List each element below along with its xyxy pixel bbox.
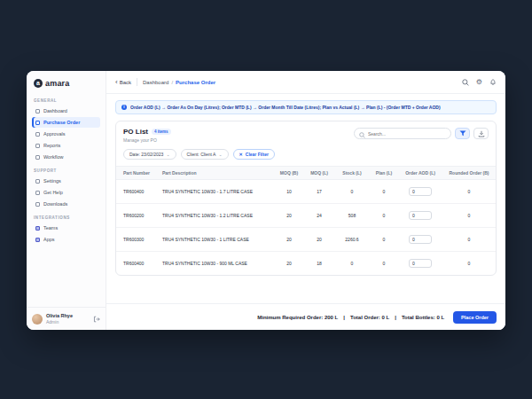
- breadcrumb-separator: /: [171, 80, 173, 85]
- table-cell: 20: [304, 228, 334, 252]
- sidebar-item-workflow[interactable]: Workflow: [32, 152, 100, 162]
- app-logo: a amara: [27, 71, 106, 92]
- order-aod-cell: [398, 228, 442, 252]
- table-cell: TR600400: [116, 252, 160, 276]
- sidebar-item-label: Settings: [43, 178, 61, 184]
- table-cell: 24: [304, 204, 334, 228]
- user-role: Admin: [46, 319, 73, 325]
- sidebar-item-reports[interactable]: Reports: [32, 140, 100, 151]
- table-cell: 20: [274, 228, 304, 252]
- clear-filter-label: Clear Filter: [246, 152, 269, 157]
- breadcrumb-current: Purchase Order: [176, 80, 215, 85]
- items-count-badge: 4 items: [152, 129, 171, 135]
- card-actions: [354, 128, 489, 139]
- table-cell: 0: [334, 252, 370, 276]
- sidebar-item-dashboard[interactable]: Dashboard: [32, 106, 100, 116]
- approvals-icon: [35, 132, 40, 137]
- footer-totals: Minimum Required Order: 200 L|Total Orde…: [257, 315, 444, 320]
- table-cell: 10: [274, 180, 304, 204]
- table-cell: 20: [274, 204, 304, 228]
- topbar-actions: ⚙: [462, 79, 497, 86]
- info-icon: i: [121, 105, 127, 110]
- downloads-icon: [35, 202, 40, 207]
- info-banner: i Order AOD (L) → Order As On Day (Litre…: [115, 100, 497, 114]
- table-cell: 17: [304, 180, 334, 204]
- order-aod-input[interactable]: [409, 235, 432, 244]
- separator: |: [395, 315, 396, 320]
- gear-icon[interactable]: ⚙: [476, 79, 482, 86]
- column-header: Part Description: [160, 167, 274, 180]
- table-cell: 0: [370, 204, 398, 228]
- apps-icon: [35, 238, 40, 242]
- sidebar-item-downloads[interactable]: Downloads: [32, 199, 100, 209]
- sidebar-item-label: Approvals: [43, 131, 65, 137]
- user-profile[interactable]: Olivia Rhye Admin: [27, 307, 106, 330]
- table-header-row: Part NumberPart DescriptionMOQ (B)MOQ (L…: [116, 167, 496, 180]
- page-subtitle: Manage your PO: [123, 137, 171, 143]
- place-order-button[interactable]: Place Order: [453, 311, 497, 324]
- sidebar-item-label: Teams: [43, 225, 58, 231]
- footer-total: Minimum Required Order: 200 L: [257, 315, 338, 320]
- column-header: MOQ (L): [304, 167, 334, 180]
- sidebar-item-purchase-order[interactable]: Purchase Order: [32, 117, 100, 128]
- order-aod-input[interactable]: [409, 259, 432, 268]
- export-button[interactable]: [473, 128, 489, 139]
- sidebar-item-get-help[interactable]: Get Help: [32, 187, 100, 198]
- table-cell: 2260.6: [334, 228, 370, 252]
- column-header: Stock (L): [334, 167, 370, 180]
- po-table: Part NumberPart DescriptionMOQ (B)MOQ (L…: [116, 166, 496, 275]
- main-area: ‹ Back Dashboard / Purchase Order ⚙ i Or…: [106, 71, 505, 330]
- search-icon[interactable]: [462, 79, 469, 86]
- back-button[interactable]: ‹ Back: [115, 80, 131, 85]
- table-row: TR600300TRU4 SYNTHETIC 10W30 - 1 LITRE C…: [116, 228, 496, 252]
- sidebar-item-label: Workflow: [43, 154, 64, 160]
- search-input[interactable]: [368, 131, 446, 137]
- chevron-down-icon: ⌄: [218, 153, 222, 156]
- bell-icon[interactable]: [489, 79, 497, 86]
- sidebar-item-teams[interactable]: Teams: [32, 223, 100, 233]
- footer-total: Total Bottles: 0 L: [402, 315, 444, 320]
- table-cell: 0: [442, 180, 496, 204]
- date-filter-label: Date: 23/02/2023: [129, 152, 163, 157]
- divider: [137, 78, 137, 86]
- sidebar-item-approvals[interactable]: Approvals: [32, 129, 100, 139]
- table-cell: 18: [304, 252, 334, 276]
- chevron-left-icon: ‹: [115, 80, 118, 85]
- order-aod-input[interactable]: [409, 187, 432, 196]
- logo-text: amara: [45, 79, 70, 88]
- download-icon: [478, 130, 485, 137]
- nav-section-label: GENERAL: [34, 98, 98, 103]
- close-icon: ✕: [239, 153, 243, 157]
- nav-section-label: SUPPORT: [34, 168, 98, 173]
- help-icon: [35, 191, 40, 195]
- table-cell: TR600200: [116, 204, 160, 228]
- back-label: Back: [120, 80, 131, 85]
- search-box[interactable]: [354, 128, 451, 139]
- table-cell: 0: [442, 204, 496, 228]
- table-row: TR600400TRU4 SYNTHETIC 10W30 - 1.7 LITRE…: [116, 180, 496, 204]
- user-meta: Olivia Rhye Admin: [46, 313, 73, 325]
- page-title: PO List: [123, 128, 148, 136]
- table-cell: 0: [370, 252, 398, 276]
- settings-icon: [35, 179, 40, 184]
- filter-button[interactable]: [455, 128, 470, 139]
- column-header: Rounded Order (B): [442, 167, 496, 180]
- sidebar-item-label: Dashboard: [43, 108, 67, 113]
- sidebar-item-apps[interactable]: Apps: [32, 234, 100, 245]
- logout-icon[interactable]: [93, 316, 100, 323]
- card-title-block: PO List 4 items Manage your PO: [123, 128, 171, 143]
- client-filter-chip[interactable]: Client: Client A ⌄: [181, 149, 229, 160]
- order-aod-input[interactable]: [409, 211, 432, 220]
- date-filter-chip[interactable]: Date: 23/02/2023 ⌄: [123, 149, 176, 160]
- sidebar-item-settings[interactable]: Settings: [32, 176, 100, 186]
- teams-icon: [35, 226, 40, 231]
- breadcrumb-dashboard[interactable]: Dashboard: [143, 80, 168, 85]
- column-header: Order AOD (L): [398, 167, 442, 180]
- clear-filter-button[interactable]: ✕ Clear Filter: [233, 149, 275, 160]
- table-cell: 0: [442, 228, 496, 252]
- table-cell: TRU4 SYNTHETIC 10W30 - 1 LITRE CASE: [160, 228, 274, 252]
- order-aod-cell: [398, 252, 442, 276]
- table-cell: TRU4 SYNTHETIC 10W30 - 900 ML CASE: [160, 252, 274, 276]
- table-cell: TR600400: [116, 180, 160, 204]
- table-row: TR600400TRU4 SYNTHETIC 10W30 - 900 ML CA…: [116, 252, 496, 276]
